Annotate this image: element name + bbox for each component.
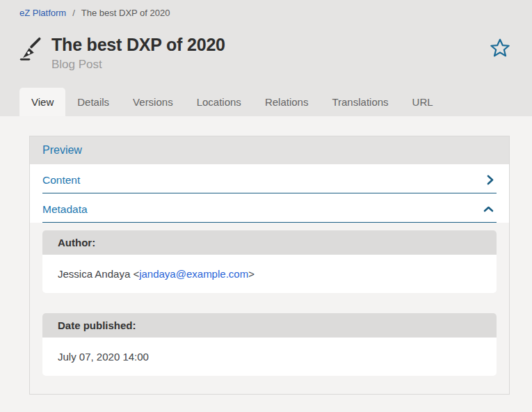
accordion-content-label: Content bbox=[42, 174, 80, 187]
field-date-published-label: Date published: bbox=[42, 313, 497, 338]
title-row: The best DXP of 2020 Blog Post bbox=[18, 35, 515, 72]
pen-icon bbox=[18, 36, 43, 64]
author-email-link[interactable]: jandaya@example.com bbox=[139, 268, 248, 280]
content-type-label: Blog Post bbox=[51, 58, 225, 72]
author-suffix: > bbox=[248, 268, 255, 280]
tab-url[interactable]: URL bbox=[401, 88, 445, 116]
breadcrumb-current: The best DXP of 2020 bbox=[81, 8, 170, 18]
breadcrumb: eZ Platform/The best DXP of 2020 bbox=[0, 6, 532, 20]
page-header: eZ Platform/The best DXP of 2020 The bes… bbox=[0, 0, 532, 116]
accordion-metadata-label: Metadata bbox=[42, 203, 88, 216]
preview-section-header: Preview bbox=[30, 136, 509, 164]
title-texts: The best DXP of 2020 Blog Post bbox=[51, 35, 225, 72]
field-author: Author: Jessica Andaya <jandaya@example.… bbox=[42, 230, 497, 293]
tab-versions[interactable]: Versions bbox=[121, 88, 185, 116]
preview-panel: Preview Content Metadata Author: Jessica… bbox=[29, 136, 510, 395]
page-title: The best DXP of 2020 bbox=[51, 35, 225, 55]
tab-details[interactable]: Details bbox=[65, 88, 121, 116]
star-icon bbox=[490, 50, 510, 61]
breadcrumb-separator: / bbox=[72, 8, 75, 18]
bookmark-button[interactable] bbox=[490, 38, 510, 58]
accordion-metadata-toggle[interactable]: Metadata bbox=[42, 193, 497, 223]
breadcrumb-root-link[interactable]: eZ Platform bbox=[19, 8, 66, 18]
tab-locations[interactable]: Locations bbox=[185, 88, 253, 116]
author-name: Jessica Andaya < bbox=[58, 268, 139, 280]
field-author-value: Jessica Andaya <jandaya@example.com> bbox=[42, 255, 497, 293]
field-author-label: Author: bbox=[42, 230, 497, 255]
field-date-published: Date published: July 07, 2020 14:00 bbox=[42, 313, 497, 376]
tab-view[interactable]: View bbox=[19, 88, 65, 116]
chevron-right-icon bbox=[487, 175, 494, 185]
tab-bar: View Details Versions Locations Relation… bbox=[0, 88, 532, 116]
chevron-up-icon bbox=[483, 206, 494, 212]
tab-relations[interactable]: Relations bbox=[253, 88, 321, 116]
accordion-content-toggle[interactable]: Content bbox=[42, 164, 497, 193]
field-date-published-value: July 07, 2020 14:00 bbox=[42, 338, 497, 376]
tab-translations[interactable]: Translations bbox=[320, 88, 400, 116]
metadata-content: Author: Jessica Andaya <jandaya@example.… bbox=[30, 223, 509, 394]
